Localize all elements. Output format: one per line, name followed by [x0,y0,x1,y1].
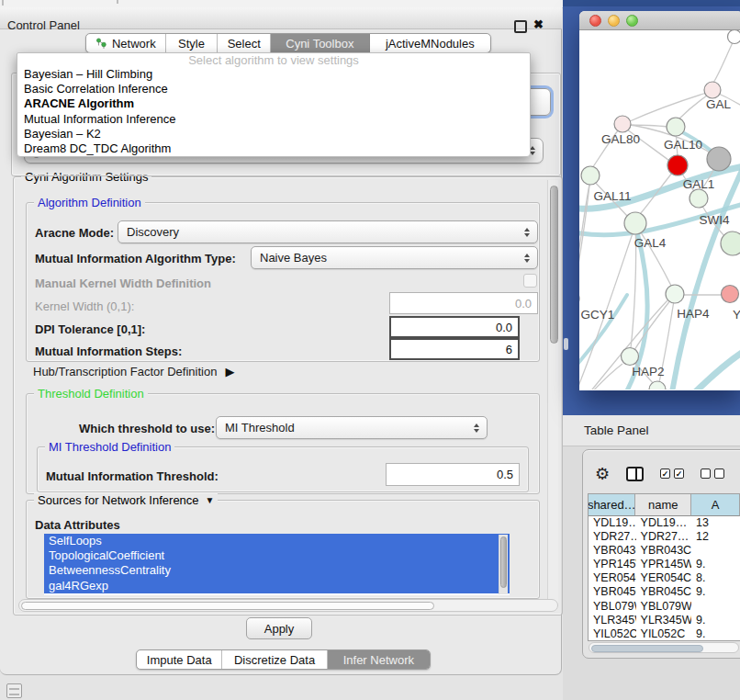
mi-steps-input[interactable]: 6 [389,338,520,360]
checked-box-icon: ✓ [674,469,684,479]
scrollbar-thumb[interactable] [591,645,703,652]
kernel-width-input[interactable]: 0.0 [389,292,538,314]
tab-style[interactable]: Style [166,34,219,52]
node-salmon-right[interactable] [722,286,739,303]
network-window-titlebar[interactable] [579,11,740,30]
node-unnamed-bottom[interactable] [649,381,666,390]
settings-vertical-scrollbar[interactable] [547,180,558,608]
expand-right-icon[interactable]: ▶ [225,365,234,378]
table-row[interactable]: YBL079WYBL079W [589,600,740,614]
table-cell [691,600,740,614]
table-row[interactable]: YBR043CYBR043C [589,544,740,558]
node-table[interactable]: shared…nameA YDL19…YDL19…13YDR27…YDR27…1… [588,493,740,641]
attribute-item-selfloops[interactable]: SelfLoops [44,534,510,548]
node-gal10[interactable] [667,118,685,136]
dropdown-item-dream8-dc-tdc-algorithm[interactable]: Dream8 DC_TDC Algorithm [17,141,530,156]
tab-cyni-toolbox[interactable]: Cyni Toolbox [271,34,370,52]
dpi-tolerance-input[interactable]: 0.0 [389,316,520,338]
attribute-item-topologicalcoefficient[interactable]: TopologicalCoefficient [44,548,510,563]
network-canvas[interactable]: GALGAL80GAL10GAL1GAL11SWI4GAL4HAP4YGCY1H… [579,30,740,390]
close-icon[interactable]: ✖ [533,17,544,31]
node-gal1[interactable] [667,155,688,175]
threshold-definition-title: Threshold Definition [34,387,148,401]
dropdown-item-bayesian-hill-climbing[interactable]: Bayesian – Hill Climbing [17,67,530,82]
dropdown-item-basic-correlation-inference[interactable]: Basic Correlation Inference [17,82,530,96]
list-vertical-scrollbar[interactable] [499,535,508,594]
table-cell: YER054C [636,571,691,585]
float-window-icon[interactable] [514,20,527,33]
node-gal4[interactable] [624,212,646,234]
mi-threshold-label: Mutual Information Threshold: [46,469,219,483]
dropdown-prompt: Select algorithm to view settings [17,54,530,67]
table-row[interactable]: YIL052CYIL052C9. [589,627,740,641]
dropdown-item-mutual-information-inference[interactable]: Mutual Information Inference [17,112,530,127]
column-header-a[interactable]: A [691,494,740,516]
gear-icon[interactable]: ⚙ [595,466,610,482]
node-hap4[interactable] [666,285,684,303]
dropdown-item-aracne-algorithm[interactable]: ARACNE Algorithm [17,96,530,111]
mi-type-value: Naive Bayes [260,251,327,265]
columns-icon[interactable] [626,467,644,481]
manual-kernel-checkbox[interactable] [523,274,537,288]
node-swi4[interactable] [690,189,708,208]
node-hap2[interactable] [622,348,639,366]
column-header-name[interactable]: name [635,494,691,516]
table-row[interactable]: YDL19…YDL19…13 [589,516,740,530]
network-icon [95,38,107,50]
attribute-item-gal4rgexp[interactable]: gal4RGexp [44,579,510,593]
sources-group-title-row[interactable]: Sources for Network Inference ▼ [34,493,218,507]
apply-button[interactable]: Apply [246,617,312,639]
column-header-shared-[interactable]: shared… [589,494,635,516]
minimize-traffic-light-icon[interactable] [608,15,620,27]
node-gal11[interactable] [581,166,600,185]
close-traffic-light-icon[interactable] [589,15,601,27]
node-unnamed-right[interactable] [721,231,740,255]
control-panel-titlebar: Control Panel ✖ [0,7,562,29]
table-toolbar: ⚙✓✓ [595,465,740,482]
tab-label: Infer Network [343,653,414,667]
table-row[interactable]: YPR145WYPR145W9. [589,558,740,571]
tab-network[interactable]: Network [86,34,166,52]
tab-infer-network[interactable]: Infer Network [328,650,430,669]
table-row[interactable]: YBR045CYBR045C9. [589,585,740,599]
mi-type-combo[interactable]: Naive Bayes [251,246,538,269]
table-horizontal-scrollbar[interactable] [589,642,739,653]
node-gal-rightedge[interactable] [704,82,721,98]
zoom-traffic-light-icon[interactable] [626,15,638,27]
tab-select[interactable]: Select [218,34,271,52]
data-attributes-list[interactable]: SelfLoopsTopologicalCoefficientBetweenne… [44,534,510,595]
node-gal80[interactable] [614,116,631,132]
node-hap4-label: HAP4 [677,307,710,321]
tab-jactivemnodules[interactable]: jActiveMNodules [370,34,490,52]
table-cell: YBR045C [636,585,691,599]
node-unnamed-gray[interactable] [707,147,731,171]
table-row[interactable]: YLR345WYLR345W9. [589,614,740,627]
tab-discretize-data[interactable]: Discretize Data [222,650,327,669]
settings-horizontal-scrollbar[interactable] [18,599,558,612]
hub-definition-section[interactable]: Hub/Transcription Factor Definition ▶ [33,365,234,378]
deselect-all-icon[interactable] [701,469,724,479]
table-row[interactable]: YDR27…YDR27…12 [589,530,740,544]
scrollbar-thumb[interactable] [550,186,558,344]
collapse-down-icon[interactable]: ▼ [206,495,215,505]
mi-threshold-input[interactable]: 0.5 [386,463,520,486]
panel-title: Control Panel [7,18,80,32]
dropdown-item-bayesian-k2[interactable]: Bayesian – K2 [17,127,530,141]
scrollbar-thumb[interactable] [500,536,507,588]
node-gal80-label: GAL80 [601,132,640,146]
node-unnamed-top[interactable] [728,30,740,44]
tab-impute-data[interactable]: Impute Data [137,650,222,669]
which-threshold-combo[interactable]: MI Threshold [216,416,488,439]
node-gal10-label: GAL10 [664,138,702,152]
attribute-item-betweennesscentrality[interactable]: BetweennessCentrality [44,563,510,578]
aracne-mode-label: Aracne Mode: [35,226,114,240]
network-view-window[interactable]: GALGAL80GAL10GAL1GAL11SWI4GAL4HAP4YGCY1H… [579,11,740,390]
aracne-mode-combo[interactable]: Discovery [118,220,538,243]
table-row[interactable]: YER054CYER054C8. [589,571,740,585]
minimized-panel-icon[interactable] [6,683,22,698]
scrollbar-thumb[interactable] [21,602,434,610]
panel-divider-handle[interactable] [564,338,568,350]
table-cell: YDR27… [636,530,691,544]
select-all-icon[interactable]: ✓✓ [660,469,684,479]
network-graph[interactable]: GALGAL80GAL10GAL1GAL11SWI4GAL4HAP4YGCY1H… [579,30,740,390]
